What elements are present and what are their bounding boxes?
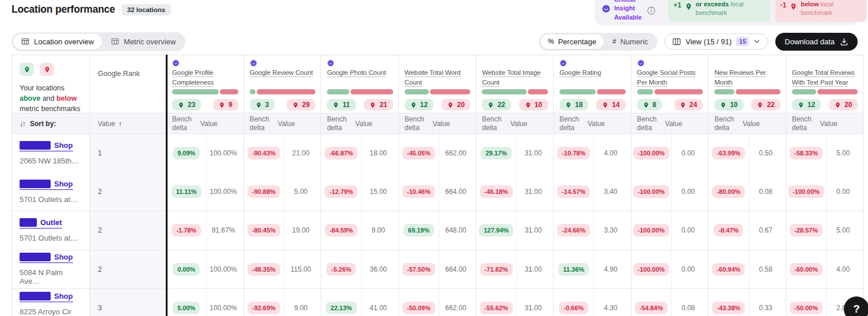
below-benchmark-count: 14 — [596, 99, 625, 111]
location-link[interactable]: Shop — [20, 253, 73, 263]
metric-cell: -63.99%0.50 — [709, 134, 786, 173]
download-data-button[interactable]: Download data — [775, 33, 858, 51]
bench-delta-header: Bench delta — [554, 115, 587, 132]
bench-delta-pill: 22.13% — [326, 302, 356, 314]
critical-insight-icon — [250, 59, 257, 67]
metric-cell: -100.00%0.00 — [631, 211, 709, 250]
above-benchmark-count: 23 — [172, 99, 201, 111]
metric-value: 91.67% — [206, 211, 243, 250]
bench-delta-pill: -58.33% — [790, 147, 823, 159]
bench-delta-header: Bench delta — [476, 115, 509, 132]
metric-value: 31.00 — [516, 289, 553, 316]
sort-by-cell[interactable]: ↓↑ Sort by: — [12, 113, 90, 134]
bench-delta-pill: -8.47% — [714, 224, 743, 237]
metric-value: 0.00 — [671, 250, 708, 289]
above-benchmark-count: 12 — [792, 99, 821, 111]
benchmark-ratio-bar — [405, 89, 471, 94]
bench-delta-pill: -92.69% — [248, 302, 280, 314]
metric-sort-cell[interactable]: Bench deltaValue — [709, 113, 786, 134]
metric-sort-cell[interactable]: Bench deltaValue — [631, 113, 709, 134]
benchmark-pins — [20, 63, 81, 76]
bench-delta-pill: -63.99% — [712, 147, 745, 159]
location-address: 5701 Outlets at… — [20, 234, 83, 242]
metric-cell: -14.57%3.40 — [554, 173, 631, 211]
metric-column-header[interactable]: Google Review Count329 — [244, 55, 322, 113]
metric-value: 0.00 — [671, 211, 708, 250]
metric-cell: -54.84%0.08 — [631, 289, 709, 316]
frozen-column-divider[interactable] — [166, 55, 167, 316]
critical-insight-icon — [559, 59, 567, 67]
metric-cell: -100.00%0.00 — [631, 134, 709, 173]
rank-sort-cell[interactable]: Value ↑ — [90, 113, 166, 134]
help-icon: ? — [853, 303, 860, 315]
metric-column-header[interactable]: Google Profile Completeness239 — [166, 55, 244, 113]
metric-sort-cell[interactable]: Bench deltaValue — [321, 113, 399, 134]
metric-value: 0.50 — [749, 134, 786, 173]
bench-delta-pill: 9.09% — [173, 147, 200, 159]
metric-column-header[interactable]: Google Rating1814 — [554, 55, 631, 113]
location-link[interactable]: Shop — [20, 180, 73, 190]
view-label: View (15 / 91) — [686, 37, 732, 46]
metric-cell: -5.26%36.00 — [321, 250, 399, 289]
bench-delta-pill: -14.57% — [557, 185, 590, 198]
metric-column-header[interactable]: Website Total Word Count1220 — [399, 55, 477, 113]
metric-cell: 9.09%100.00% — [166, 134, 244, 173]
below-benchmark-count: 22 — [751, 99, 780, 111]
metric-sort-cell[interactable]: Bench deltaValue — [399, 113, 477, 134]
arrow-up-icon: ↑ — [119, 119, 123, 128]
locations-count-badge: 32 locations — [121, 4, 171, 16]
metric-sort-cell[interactable]: Bench deltaValue — [244, 113, 322, 134]
metric-value: 19.00 — [284, 211, 321, 250]
critical-insight-legend: Critical Insight Available — [601, 0, 642, 22]
bench-delta-pill: -28.57% — [790, 224, 823, 237]
mode-label: Percentage — [558, 37, 596, 46]
bench-delta-pill: -100.00% — [633, 263, 669, 276]
metric-sort-cell[interactable]: Bench deltaValue — [554, 113, 631, 134]
bench-delta-pill: -100.00% — [633, 147, 669, 159]
metric-cell: -28.57%5.00 — [786, 211, 864, 250]
metric-cell: -90.88%5.00 — [244, 173, 322, 211]
view-columns-dropdown[interactable]: View (15 / 91) 15 — [664, 33, 768, 50]
location-performance-page: Location performance 32 locations Critic… — [0, 0, 868, 316]
bench-delta-pill: 69.19% — [403, 224, 434, 237]
metric-value: 0.33 — [749, 289, 786, 316]
tab-location-overview[interactable]: Location overview — [13, 34, 102, 50]
location-link[interactable]: Outlet — [20, 218, 62, 229]
bench-delta-pill: -90.43% — [248, 147, 280, 159]
metric-column-header[interactable]: Google Photo Count1121 — [321, 55, 399, 113]
metric-sort-cell[interactable]: Bench deltaValue — [166, 113, 244, 134]
mode-numeric[interactable]: # Numeric — [605, 35, 656, 49]
metric-cell: -66.87%18.00 — [321, 134, 399, 173]
metric-column-header[interactable]: Website Total Image Count2210 — [476, 55, 554, 113]
metric-sort-cell[interactable]: Bench deltaValue — [476, 113, 554, 134]
location-link[interactable]: Shop — [20, 292, 73, 302]
metric-cell: 11.36%4.90 — [554, 250, 631, 289]
bench-delta-pill: -10.46% — [402, 185, 435, 198]
location-cell: Shop5701 Outlets at… — [12, 173, 90, 211]
location-type-label: Shop — [54, 253, 73, 261]
info-icon[interactable] — [647, 6, 656, 15]
legend-minus-one: -1 — [781, 1, 787, 9]
metric-value: 100.00% — [206, 173, 243, 211]
benchmark-ratio-bar — [714, 89, 781, 94]
google-rank-header[interactable]: Google Rank — [90, 55, 166, 113]
value-header: Value — [355, 113, 377, 134]
metric-value: 115.00 — [284, 250, 321, 289]
metric-column-header[interactable]: Google Social Posts Per Month824 — [631, 55, 709, 113]
metric-column-header[interactable]: New Reviews Per Month1022 — [709, 55, 786, 113]
location-link[interactable]: Shop — [20, 141, 73, 151]
bench-delta-pill: -80.00% — [712, 185, 745, 198]
pin-icon — [685, 3, 692, 10]
bench-delta-header: Bench delta — [709, 115, 742, 132]
help-button[interactable]: ? — [844, 296, 868, 316]
critical-insight-label: Critical Insight Available — [614, 0, 642, 22]
bench-delta-header: Bench delta — [321, 115, 355, 132]
mode-percentage[interactable]: % Percentage — [540, 35, 604, 49]
metric-column-header[interactable]: Google Total Reviews With Text Past Year… — [786, 55, 864, 113]
metric-sort-cell[interactable]: Bench deltaValue — [786, 113, 864, 134]
bench-delta-pill: -1.78% — [172, 224, 201, 237]
bench-delta-pill: -71.82% — [480, 263, 513, 276]
metric-cell: 69.19%648.00 — [399, 211, 477, 250]
bench-delta-pill: -43.38% — [712, 302, 745, 314]
tab-metric-overview[interactable]: Metric overview — [103, 34, 184, 50]
